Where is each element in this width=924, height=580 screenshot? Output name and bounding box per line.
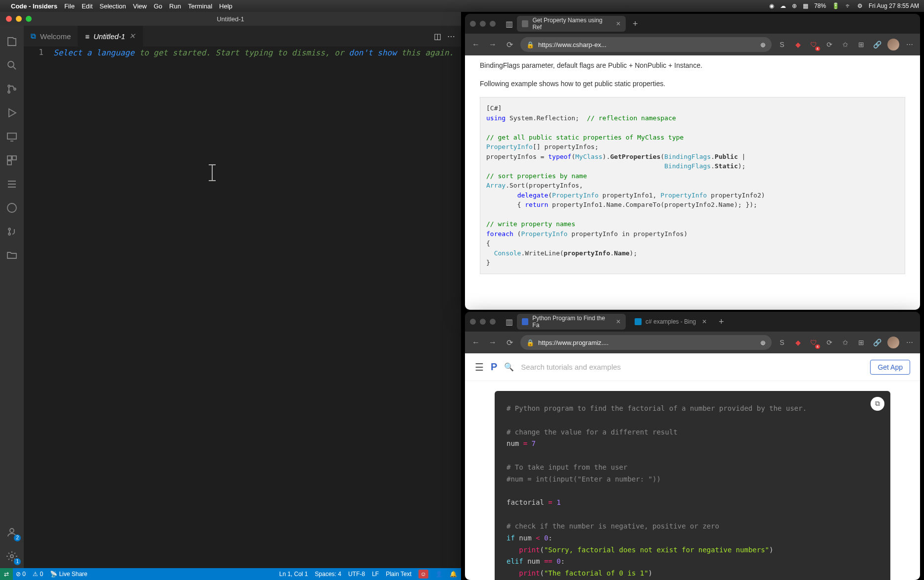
- reader-mode-icon[interactable]: ⊕: [760, 339, 766, 346]
- search-icon[interactable]: [0, 53, 24, 77]
- url-bar[interactable]: 🔒 https://www.programiz.... ⊕: [520, 335, 772, 350]
- status-icon[interactable]: ◉: [769, 2, 774, 9]
- reload-button[interactable]: ⟳: [504, 338, 515, 347]
- close-window-button[interactable]: [6, 16, 12, 22]
- menu-selection[interactable]: Selection: [99, 2, 126, 10]
- browser-tab-bing[interactable]: c# examples - Bing ✕: [630, 314, 712, 330]
- sidebar-toggle-icon[interactable]: ▥: [506, 19, 513, 29]
- collections-icon[interactable]: ⊞: [856, 39, 867, 50]
- share-icon[interactable]: 🔗: [872, 337, 882, 348]
- close-tab-icon[interactable]: ✕: [702, 318, 707, 325]
- edge-icon[interactable]: [0, 196, 24, 220]
- extension-icon[interactable]: ◆: [792, 337, 803, 348]
- status-warnings[interactable]: ⚠ 0: [33, 571, 43, 578]
- close-window-button[interactable]: [470, 319, 476, 325]
- extension-icon[interactable]: ⟳: [824, 39, 835, 50]
- extensions-icon[interactable]: [0, 148, 24, 172]
- status-eol[interactable]: LF: [372, 571, 379, 578]
- extension-icon[interactable]: 🛡4: [808, 39, 819, 50]
- minimize-window-button[interactable]: [16, 16, 22, 22]
- tab-untitled[interactable]: ≡ Untitled-1 ✕: [78, 26, 143, 47]
- status-feedback-icon[interactable]: 👤: [435, 571, 443, 578]
- status-position[interactable]: Ln 1, Col 1: [279, 571, 308, 578]
- list-icon[interactable]: [0, 172, 24, 196]
- collections-icon[interactable]: ⊞: [856, 337, 867, 348]
- reload-button[interactable]: ⟳: [504, 40, 515, 49]
- remote-explorer-icon[interactable]: [0, 125, 24, 148]
- accounts-icon[interactable]: 2: [0, 521, 24, 544]
- more-icon[interactable]: ⋯: [904, 39, 915, 50]
- github-icon[interactable]: [0, 220, 24, 243]
- maximize-window-button[interactable]: [490, 21, 496, 27]
- status-language[interactable]: Plain Text: [386, 571, 412, 578]
- close-tab-icon[interactable]: ✕: [616, 318, 621, 325]
- search-input[interactable]: Search tutorials and examples: [521, 363, 863, 371]
- reader-mode-icon[interactable]: ⊕: [760, 41, 766, 48]
- share-icon[interactable]: 🔗: [872, 39, 882, 50]
- close-window-button[interactable]: [470, 21, 476, 27]
- status-bell-icon[interactable]: 🔔: [450, 571, 457, 578]
- sidebar-toggle-icon[interactable]: ▥: [506, 317, 513, 327]
- profile-avatar[interactable]: [887, 337, 899, 348]
- status-icon[interactable]: ☁: [780, 2, 786, 9]
- settings-icon[interactable]: 1: [0, 544, 24, 568]
- extension-icon[interactable]: 🛡4: [808, 337, 819, 348]
- menu-view[interactable]: View: [133, 2, 147, 10]
- close-tab-icon[interactable]: ✕: [129, 32, 136, 41]
- status-liveshare[interactable]: 📡 Live Share: [50, 571, 88, 578]
- forward-button[interactable]: →: [487, 338, 499, 347]
- back-button[interactable]: ←: [470, 338, 482, 347]
- maximize-window-button[interactable]: [26, 16, 32, 22]
- menu-file[interactable]: File: [64, 2, 75, 10]
- menu-icon[interactable]: ☰: [475, 361, 484, 373]
- status-spaces[interactable]: Spaces: 4: [315, 571, 341, 578]
- extension-icon[interactable]: S: [777, 39, 787, 50]
- forward-button[interactable]: →: [487, 40, 499, 49]
- remote-indicator[interactable]: ⇄: [0, 568, 13, 580]
- url-bar[interactable]: 🔒 https://www.csharp-ex... ⊕: [520, 37, 772, 52]
- minimize-window-button[interactable]: [480, 21, 486, 27]
- extension-icon[interactable]: ⟳: [824, 337, 835, 348]
- clock[interactable]: Fri Aug 27 8:55 AM: [869, 2, 919, 9]
- status-smiley-icon[interactable]: ☺: [418, 570, 428, 579]
- profile-avatar[interactable]: [887, 39, 899, 50]
- favorites-icon[interactable]: ✩: [840, 39, 851, 50]
- status-errors[interactable]: ⊘ 0: [16, 571, 26, 578]
- tab-welcome[interactable]: ⧉ Welcome: [24, 26, 78, 47]
- extension-icon[interactable]: ◆: [792, 39, 803, 50]
- copy-code-button[interactable]: ⧉: [871, 397, 884, 411]
- control-center-icon[interactable]: ⚙: [857, 2, 863, 9]
- more-actions-icon[interactable]: ⋯: [447, 32, 455, 41]
- dont-show-link[interactable]: don't show: [349, 48, 396, 57]
- favorites-icon[interactable]: ✩: [840, 337, 851, 348]
- new-tab-button[interactable]: +: [630, 19, 641, 29]
- extension-icon[interactable]: S: [777, 337, 787, 348]
- maximize-window-button[interactable]: [490, 319, 496, 325]
- status-icon[interactable]: ⊕: [792, 2, 797, 9]
- status-encoding[interactable]: UTF-8: [348, 571, 365, 578]
- new-tab-button[interactable]: +: [716, 317, 727, 327]
- programiz-logo-icon[interactable]: P: [491, 361, 497, 373]
- source-control-icon[interactable]: [0, 77, 24, 101]
- back-button[interactable]: ←: [470, 40, 482, 49]
- status-icon[interactable]: ▦: [803, 2, 808, 9]
- editor[interactable]: 1 Select a language to get started. Star…: [24, 47, 461, 568]
- wifi-icon[interactable]: ᯤ: [845, 2, 851, 9]
- menu-run[interactable]: Run: [169, 2, 181, 10]
- search-icon[interactable]: 🔍: [504, 362, 514, 372]
- select-language-link[interactable]: Select a language: [53, 48, 135, 57]
- menu-go[interactable]: Go: [154, 2, 162, 10]
- run-debug-icon[interactable]: [0, 101, 24, 125]
- minimize-window-button[interactable]: [480, 319, 486, 325]
- browser-tab[interactable]: Get Property Names using Ref ✕: [517, 16, 626, 32]
- folder-icon[interactable]: [0, 243, 24, 267]
- battery-text[interactable]: 78%: [814, 2, 826, 9]
- split-editor-icon[interactable]: ◫: [434, 32, 441, 41]
- menu-edit[interactable]: Edit: [82, 2, 92, 10]
- explorer-icon[interactable]: [0, 30, 24, 53]
- app-name[interactable]: Code - Insiders: [11, 2, 57, 10]
- menu-help[interactable]: Help: [219, 2, 232, 10]
- menu-terminal[interactable]: Terminal: [188, 2, 212, 10]
- close-tab-icon[interactable]: ✕: [616, 20, 621, 27]
- more-icon[interactable]: ⋯: [904, 337, 915, 348]
